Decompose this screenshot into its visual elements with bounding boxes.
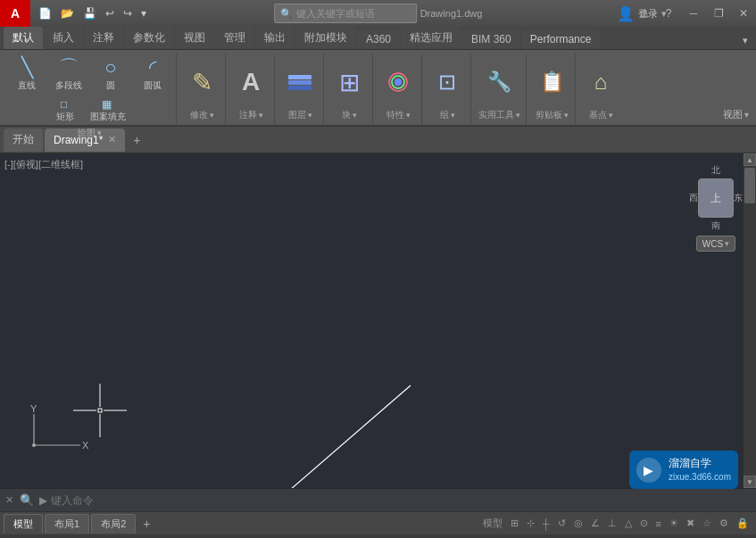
command-input[interactable]	[51, 489, 756, 511]
navigation-cube[interactable]: 北 西 上 东 南 WCS ▾	[689, 162, 743, 243]
status-lw-icon[interactable]: ≡	[652, 517, 665, 531]
status-dyn-icon[interactable]: ⊙	[636, 516, 652, 531]
tab-performance[interactable]: Performance	[521, 29, 601, 49]
rect-tool[interactable]: □ 矩形	[48, 96, 82, 125]
tab-view[interactable]: 视图	[175, 27, 214, 49]
command-search-button[interactable]: 🔍	[18, 489, 36, 511]
status-ann-icon[interactable]: ☆	[699, 516, 715, 531]
autocad-logo[interactable]: A	[0, 0, 30, 27]
qa-redo[interactable]: ↪	[120, 5, 135, 21]
groups-tool[interactable]: ⊡	[428, 55, 467, 109]
tab-manage[interactable]: 管理	[215, 27, 254, 49]
status-snap-icon[interactable]: ⊹	[523, 516, 538, 531]
layers-group: 图层 ▾	[277, 54, 324, 125]
viewport-label: [-][俯视][二维线框]	[4, 158, 83, 171]
tab-addons[interactable]: 附加模块	[295, 27, 356, 49]
groups-group-label[interactable]: 组 ▾	[440, 109, 455, 123]
arc-tool[interactable]: ◜ 圆弧	[133, 55, 172, 95]
modify-group-label[interactable]: 修改 ▾	[190, 109, 214, 123]
ribbon-collapse-btn[interactable]: ▾	[738, 32, 752, 49]
view-btn[interactable]: 视图 ▾	[723, 108, 749, 121]
status-trans-icon[interactable]: ☀	[666, 516, 682, 531]
clipboard-tool[interactable]: 📋	[532, 55, 571, 109]
properties-group-label[interactable]: 特性 ▾	[386, 109, 411, 123]
utilities-tool[interactable]: 🔧	[480, 55, 519, 109]
add-layout-button[interactable]: +	[137, 515, 155, 533]
circle-tool[interactable]: ○ 圆	[91, 55, 130, 95]
scroll-down-button[interactable]: ▼	[744, 476, 756, 488]
command-arrow: ▶	[36, 494, 51, 507]
top-view-button[interactable]: 上	[698, 178, 734, 218]
status-rotate-icon[interactable]: ↺	[554, 516, 569, 531]
status-lock-icon[interactable]: 🔒	[733, 516, 752, 531]
qa-save[interactable]: 💾	[80, 5, 99, 21]
restore-button[interactable]: ❐	[706, 0, 731, 27]
search-bar[interactable]: 🔍 键入关键字或短语	[274, 4, 417, 23]
status-iso-icon[interactable]: ◎	[570, 516, 586, 531]
annotation-tool[interactable]: A	[231, 55, 270, 109]
qa-undo[interactable]: ↩	[103, 5, 117, 21]
minimize-button[interactable]: ─	[681, 0, 706, 27]
base-group-label[interactable]: 基点 ▾	[589, 109, 613, 123]
tab-featured[interactable]: 精选应用	[401, 27, 461, 49]
tab-bim360[interactable]: BIM 360	[462, 29, 520, 49]
status-3d-icon[interactable]: △	[621, 516, 636, 531]
status-workspace-icon[interactable]: ⚙	[716, 516, 732, 531]
tab-start[interactable]: 开始	[4, 128, 43, 152]
scroll-track[interactable]	[744, 166, 755, 476]
qa-more[interactable]: ▾	[138, 5, 149, 21]
status-perp-icon[interactable]: ⊥	[604, 516, 620, 531]
west-label: 西	[689, 192, 698, 204]
canvas[interactable]	[0, 153, 756, 488]
status-angle-icon[interactable]: ∠	[587, 516, 603, 531]
status-model-label[interactable]: 模型	[479, 515, 506, 532]
tab-default[interactable]: 默认	[4, 27, 43, 49]
modify-tool[interactable]: ✎	[182, 55, 221, 109]
ribbon-extra: ▾	[738, 32, 756, 49]
status-ortho-icon[interactable]: ┼	[539, 517, 553, 531]
scroll-thumb[interactable]	[744, 168, 755, 203]
polyline-tool[interactable]: ⌒ 多段线	[49, 55, 88, 95]
tab-parametric[interactable]: 参数化	[124, 27, 174, 49]
add-tab-button[interactable]: +	[127, 130, 146, 150]
command-close-button[interactable]: ✕	[0, 489, 18, 511]
qa-new[interactable]: 📄	[36, 5, 54, 21]
close-drawing1[interactable]: ✕	[108, 134, 116, 145]
scroll-up-button[interactable]: ▲	[744, 153, 756, 166]
close-button[interactable]: ✕	[731, 0, 756, 27]
status-sel-icon[interactable]: ✖	[683, 516, 698, 531]
layout2-tab[interactable]: 布局2	[91, 514, 136, 534]
base-tool[interactable]: ⌂	[581, 55, 620, 109]
ribbon-panel: ╲ 直线 ⌒ 多段线 ○ 圆 ◜ 圆弧 □ 矩形 ▦ 图案填充	[0, 50, 756, 127]
line-tool[interactable]: ╲ 直线	[7, 55, 46, 95]
properties-tool[interactable]	[378, 55, 418, 109]
hatch-tool[interactable]: ▦ 图案填充	[85, 96, 131, 125]
block-tool[interactable]: ⊞	[329, 55, 369, 109]
groups-group: ⊡ 组 ▾	[424, 54, 471, 125]
status-grid-icon[interactable]: ⊞	[507, 516, 522, 531]
layout1-tab[interactable]: 布局1	[45, 514, 89, 534]
tab-insert[interactable]: 插入	[44, 27, 83, 49]
tab-annotate[interactable]: 注释	[84, 27, 123, 49]
model-tab[interactable]: 模型	[4, 514, 43, 534]
utilities-group-label[interactable]: 实用工具 ▾	[478, 109, 520, 123]
watermark: ▶ 溜溜自学 zixue.3d66.com	[629, 451, 738, 489]
clipboard-group-label[interactable]: 剪贴板 ▾	[536, 109, 569, 123]
annotation-group-label[interactable]: 注释 ▾	[239, 109, 263, 123]
vertical-scrollbar[interactable]: ▲ ▼	[744, 153, 756, 488]
drawing-area[interactable]: [-][俯视][二维线框] Y X 北	[0, 153, 756, 488]
tab-output[interactable]: 输出	[255, 27, 295, 49]
draw-group-label[interactable]: 绘图 ▾	[78, 127, 102, 141]
info-icon[interactable]: ⚠	[631, 0, 656, 27]
tab-a360[interactable]: A360	[357, 29, 400, 49]
help-icon[interactable]: ?	[656, 0, 681, 27]
layers-group-label[interactable]: 图层 ▾	[288, 109, 312, 123]
status-icons: 模型 ⊞ ⊹ ┼ ↺ ◎ ∠ ⊥ △ ⊙ ≡ ☀ ✖ ☆ ⚙ 🔒	[479, 515, 756, 532]
quick-access-toolbar: 📄 📂 💾 ↩ ↪ ▾	[30, 0, 154, 27]
south-label: 南	[689, 219, 743, 232]
layers-tool[interactable]	[280, 55, 320, 109]
utilities-group: 🔧 实用工具 ▾	[473, 54, 527, 125]
block-group-label[interactable]: 块 ▾	[342, 109, 357, 123]
wcs-button[interactable]: WCS ▾	[696, 236, 735, 252]
qa-open[interactable]: 📂	[58, 5, 77, 21]
